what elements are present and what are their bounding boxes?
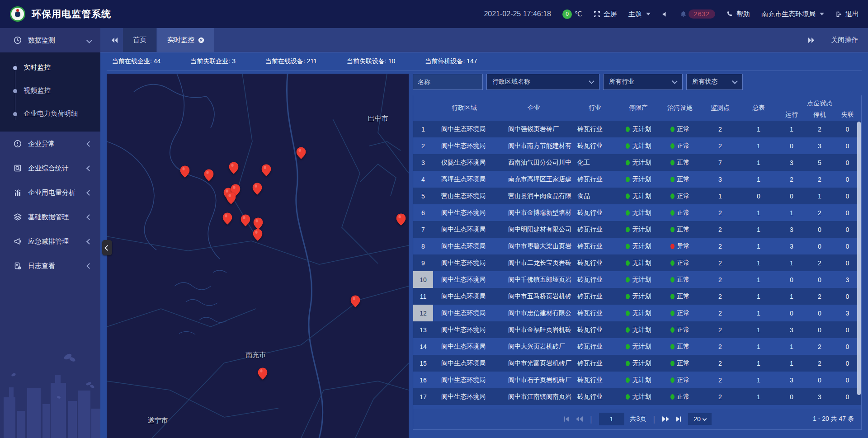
user-dropdown[interactable]: 南充市生态环境局: [761, 10, 824, 19]
notification-count-badge: 2632: [689, 9, 715, 19]
sidebar-item-2[interactable]: 企业综合统计: [0, 156, 100, 180]
row-index: 16: [413, 372, 433, 388]
sidebar-item-0[interactable]: 数据监测: [0, 28, 100, 52]
row-index: 14: [413, 338, 433, 355]
cell-region: 阆中生态环境局: [433, 309, 495, 317]
sidebar-item-label: 企业异常: [28, 140, 81, 148]
last-page-button[interactable]: [675, 416, 682, 422]
status-dot-green-icon: [626, 160, 630, 165]
table-row[interactable]: 12阆中生态环境局阆中市忠信建材有限公砖瓦行业无计划正常21003: [413, 305, 861, 321]
sidebar-subitem-label: 实时监控: [24, 63, 51, 72]
close-operations-button[interactable]: 关闭操作: [831, 36, 858, 44]
table-row[interactable]: 14阆中生态环境局阆中大兴页岩机砖厂砖瓦行业无计划正常21120: [413, 338, 861, 355]
fullscreen-icon: [594, 11, 600, 18]
region-select[interactable]: 行政区域名称: [486, 74, 599, 90]
map-pin-13[interactable]: [396, 213, 406, 226]
mute-button[interactable]: [662, 11, 669, 18]
map-pin-2[interactable]: [229, 162, 238, 174]
cell-company: 阆中市南方节能建材有: [495, 142, 572, 150]
cell-stop-plan: 无计划: [618, 159, 659, 167]
map-panel[interactable]: 巴中市南充市遂宁市: [107, 74, 409, 438]
fullscreen-button[interactable]: 全屏: [594, 10, 617, 19]
tab-0[interactable]: 首页: [123, 28, 156, 52]
map-pin-1[interactable]: [204, 169, 214, 181]
tab-1[interactable]: 实时监控: [157, 28, 214, 52]
map-pin-4[interactable]: [296, 147, 306, 159]
notifications-button[interactable]: 2632: [680, 9, 715, 19]
page-number-input[interactable]: [599, 413, 624, 425]
prev-page-button[interactable]: [576, 416, 583, 422]
table-row[interactable]: 17阆中生态环境局阆中市江南镇阆南页岩砖瓦行业无计划正常21030: [413, 388, 861, 405]
sidebar-subitem-0-1[interactable]: 视频监控: [0, 79, 100, 102]
first-page-button[interactable]: [563, 416, 570, 422]
table-row[interactable]: 8阆中生态环境局阆中市枣碧大梁山页岩砖瓦行业无计划异常21300: [413, 238, 861, 254]
cell-company: 阆中市忠信建材有限公: [495, 309, 572, 317]
map-pin-icon: [396, 213, 406, 226]
table-row[interactable]: 16阆中生态环境局阆中市石子页岩机砖厂砖瓦行业无计划正常21300: [413, 372, 861, 388]
industry-select[interactable]: 所有行业: [603, 74, 683, 90]
map-pin-12[interactable]: [253, 229, 263, 241]
theme-dropdown[interactable]: 主题: [628, 10, 651, 19]
table-row[interactable]: 11阆中生态环境局阆中市五马桥页岩机砖砖瓦行业无计划正常21120: [413, 288, 861, 305]
table-row[interactable]: 4高坪生态环境局南充市高坪区王家店建砖瓦行业无计划正常31220: [413, 171, 861, 188]
map-pin-8[interactable]: [226, 192, 236, 204]
map-pin-7[interactable]: [252, 183, 262, 195]
body-row: 巴中市南充市遂宁市 行政区域名称 所有行业: [107, 71, 862, 438]
sidebar-item-4[interactable]: 基础数据管理: [0, 205, 100, 229]
tabs-scroll-right-button[interactable]: [803, 37, 819, 43]
chevron-left-icon: [86, 141, 92, 147]
sidebar-submenu: 实时监控视频监控企业电力负荷明细: [0, 52, 100, 132]
cell-industry: 化工: [572, 159, 618, 167]
cell-stop-plan: 无计划: [618, 343, 659, 351]
table-row[interactable]: 3仪陇生态环境局西南油气田分公司川中化工无计划正常71350: [413, 154, 861, 171]
header-offline: 失联: [834, 111, 861, 119]
map-pin-14[interactable]: [350, 295, 360, 307]
temperature-badge: 0: [562, 9, 572, 19]
logout-button[interactable]: 退出: [835, 10, 859, 19]
sidebar-item-5[interactable]: 应急减排管理: [0, 229, 100, 254]
map-collapse-button[interactable]: [102, 240, 112, 255]
status-dot-green-icon: [670, 294, 675, 299]
tabs-scroll-left-button[interactable]: [107, 28, 123, 52]
table-row[interactable]: 18南部生态环境局南部县砂化水泥有限公建材化工无计划正常62060: [413, 405, 861, 409]
table-header: 行政区域 企业 行业 停限产 治污设施 监测点 总表 点位状态 运行: [413, 95, 861, 121]
tab-close-icon[interactable]: [198, 37, 204, 43]
map-pin-0[interactable]: [180, 165, 190, 178]
sidebar-item-3[interactable]: 企业用电量分析: [0, 180, 100, 205]
map-pin-10[interactable]: [241, 214, 250, 226]
cell-industry: 砖瓦行业: [572, 242, 618, 250]
logout-label: 退出: [845, 10, 859, 19]
sidebar-subitem-0-0[interactable]: 实时监控: [0, 56, 100, 79]
status-dot-green-icon: [670, 127, 675, 132]
map-pin-9[interactable]: [223, 212, 232, 225]
sidebar-subitem-0-2[interactable]: 企业电力负荷明细: [0, 102, 100, 125]
cell-stop-plan: 无计划: [618, 326, 659, 334]
table-row[interactable]: 7阆中生态环境局阆中明阳建材有限公司砖瓦行业无计划正常21300: [413, 221, 861, 238]
map-pin-11[interactable]: [254, 217, 263, 230]
map-pin-15[interactable]: [258, 367, 268, 380]
status-select[interactable]: 所有状态: [686, 74, 743, 90]
cell-company: 阆中明阳建材有限公司: [495, 226, 572, 234]
row-index: 8: [413, 238, 433, 254]
cell-points: 2: [701, 293, 740, 300]
table-row[interactable]: 15阆中生态环境局阆中市光富页岩机砖厂砖瓦行业无计划正常21120: [413, 355, 861, 372]
page-size-select[interactable]: 20: [688, 413, 712, 425]
cell-running: 0: [778, 142, 806, 150]
name-filter-input[interactable]: [413, 74, 483, 90]
map-pin-3[interactable]: [261, 164, 271, 176]
sidebar-item-1[interactable]: 企业异常: [0, 132, 100, 156]
table-row[interactable]: 10阆中生态环境局阆中千佛镇五郎垭页岩砖瓦行业无计划正常21003: [413, 271, 861, 288]
table-row[interactable]: 2阆中生态环境局阆中市南方节能建材有砖瓦行业无计划正常21030: [413, 137, 861, 154]
table-row[interactable]: 13阆中生态环境局阆中市金福旺页岩机砖砖瓦行业无计划正常21300: [413, 321, 861, 338]
sidebar-item-6[interactable]: 日志查看: [0, 254, 100, 278]
table-row[interactable]: 9阆中生态环境局阆中市二龙长宝页岩砖砖瓦行业无计划正常21120: [413, 254, 861, 271]
table-row[interactable]: 5营山生态环境局营山县润丰肉食品有限食品无计划正常10010: [413, 188, 861, 204]
cell-running: 3: [778, 326, 806, 334]
cell-region: 阆中生态环境局: [433, 142, 495, 150]
table-row[interactable]: 6阆中生态环境局阆中市金博瑞新型墙材砖瓦行业无计划正常21120: [413, 204, 861, 221]
table-row[interactable]: 1阆中生态环境局阆中强锐页岩砖厂砖瓦行业无计划正常21120: [413, 121, 861, 137]
help-button[interactable]: 帮助: [726, 10, 750, 19]
next-page-button[interactable]: [662, 416, 670, 422]
map-pin-icon: [252, 183, 262, 195]
table-scrollbar[interactable]: [857, 122, 861, 395]
